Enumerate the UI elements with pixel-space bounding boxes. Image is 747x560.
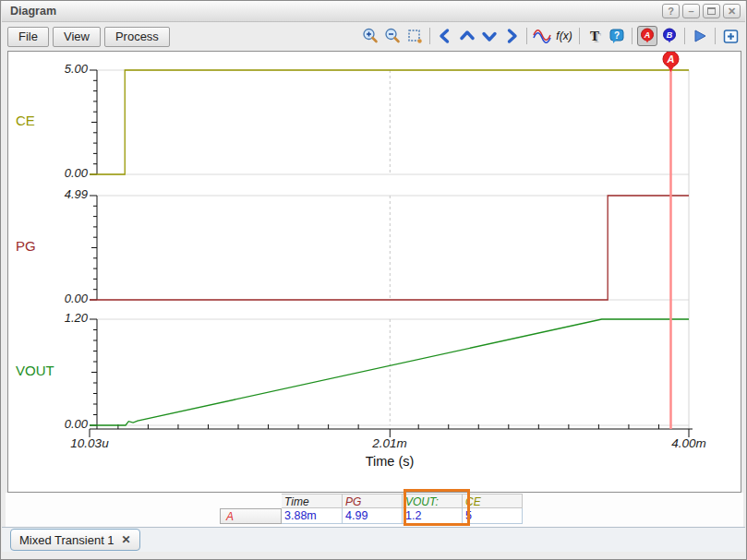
- scroll-right-icon: [503, 28, 520, 44]
- function-button[interactable]: f(x): [554, 26, 574, 46]
- waveforms-icon: [533, 28, 551, 44]
- svg-text:A: A: [644, 30, 651, 40]
- cursor-a-icon: A: [639, 28, 656, 44]
- xtick-start-label: 10.03u: [57, 436, 122, 450]
- toolbar-separator: [715, 28, 716, 44]
- tab-close-icon[interactable]: ✕: [122, 533, 131, 546]
- hint-bubble-button[interactable]: ?: [607, 26, 627, 46]
- readout-value-time: 3.88m: [282, 508, 343, 524]
- menu-process[interactable]: Process: [104, 27, 170, 47]
- readout-header-time: Time: [282, 494, 343, 508]
- xtick-middle-label: 2.01m: [357, 436, 422, 450]
- play-button[interactable]: [690, 26, 710, 46]
- toolbar-separator: [526, 28, 527, 44]
- maximize-icon: [707, 7, 716, 15]
- readout-header-vout: VOUT:: [403, 494, 463, 508]
- maximize-button[interactable]: [703, 4, 720, 18]
- zoom-out-button[interactable]: [382, 26, 403, 46]
- readout-header-empty: [220, 494, 282, 508]
- xtick-end-label: 4.00m: [657, 436, 721, 450]
- menu-view-label: View: [64, 30, 90, 43]
- tab-label: Mixed Transient 1: [19, 533, 114, 547]
- zoom-in-button[interactable]: [360, 26, 380, 46]
- ce-ymin-label: 0.00: [42, 166, 88, 180]
- minimize-icon: –: [688, 6, 693, 17]
- minimize-button[interactable]: –: [682, 4, 700, 18]
- svg-text:A: A: [667, 54, 675, 65]
- play-icon: [692, 28, 708, 44]
- text-annotation-button[interactable]: T: [584, 26, 605, 46]
- readout-value-pg: 4.99: [343, 508, 403, 524]
- zoom-out-icon: [384, 28, 401, 44]
- menu-process-label: Process: [115, 30, 159, 43]
- help-icon: ?: [668, 6, 674, 17]
- readout-header-pg: PG: [343, 494, 403, 508]
- vout-ymax-label: 1.20: [42, 311, 88, 325]
- toolbar-separator: [684, 28, 685, 44]
- vout-ymin-label: 0.00: [42, 417, 88, 431]
- svg-text:B: B: [667, 30, 673, 40]
- close-icon: ✕: [728, 6, 736, 17]
- zoom-in-icon: [362, 28, 379, 44]
- tabbar: Mixed Transient 1 ✕: [2, 527, 745, 552]
- pg-ymax-label: 4.99: [42, 187, 88, 201]
- cursor-a-button[interactable]: A: [637, 26, 657, 46]
- function-fx-icon: f(x): [556, 30, 572, 42]
- text-annotation-icon: T: [590, 29, 599, 44]
- scroll-up-button[interactable]: [457, 26, 477, 46]
- toolbar-separator: [579, 28, 580, 44]
- readout-cursor-a-row: A 3.88m 4.99 1.2 5: [220, 508, 523, 524]
- x-axis-title: Time (s): [320, 454, 459, 469]
- hint-bubble-icon: ?: [608, 28, 625, 44]
- cursor-readout-table: Time PG VOUT: CE A 3.88m 4.99 1.2 5: [220, 494, 523, 524]
- titlebar[interactable]: Diagram ? – ✕: [2, 1, 745, 22]
- readout-header-ce: CE: [463, 494, 523, 508]
- readout-value-ce: 5: [463, 508, 523, 524]
- add-axis-icon: [722, 28, 740, 45]
- menu-file-label: File: [18, 30, 38, 43]
- scroll-left-button[interactable]: [435, 26, 455, 46]
- scroll-up-icon: [459, 28, 476, 44]
- ce-ymax-label: 5.00: [42, 62, 88, 76]
- scroll-right-button[interactable]: [501, 26, 522, 46]
- toolbar-separator: [429, 28, 430, 44]
- pg-ymin-label: 0.00: [42, 292, 88, 305]
- waveforms-button[interactable]: [532, 26, 552, 46]
- waveform-svg[interactable]: A: [8, 52, 741, 492]
- pg-trace-label: PG: [16, 238, 90, 254]
- tab-mixed-transient-1[interactable]: Mixed Transient 1 ✕: [10, 529, 140, 551]
- menu-file[interactable]: File: [7, 27, 49, 47]
- cursor-b-button[interactable]: B: [659, 26, 680, 46]
- cursor-a-row-button[interactable]: A: [220, 508, 282, 524]
- vout-trace-label: VOUT: [16, 363, 90, 378]
- add-axis-button[interactable]: [720, 26, 741, 46]
- cursor-b-icon: B: [661, 28, 678, 44]
- menu-view[interactable]: View: [53, 27, 101, 47]
- scroll-down-icon: [481, 28, 498, 44]
- zoom-extents-button[interactable]: [404, 26, 425, 46]
- waveform-plot-panel: A 5.00 0.00 4.99 0.00 1.20 0.00 CE PG VO…: [7, 51, 741, 493]
- bottom-filler: [2, 552, 745, 560]
- help-button[interactable]: ?: [662, 4, 680, 18]
- scroll-left-icon: [437, 28, 453, 44]
- toolbar: f(x) T ? A B: [360, 25, 741, 47]
- readout-value-vout: 1.2: [403, 508, 463, 524]
- zoom-extents-icon: [406, 28, 423, 44]
- svg-text:?: ?: [614, 30, 620, 41]
- scroll-down-button[interactable]: [479, 26, 500, 46]
- window-title: Diagram: [10, 5, 659, 18]
- diagram-window: Diagram ? – ✕ File View Process: [0, 0, 747, 560]
- close-button[interactable]: ✕: [723, 4, 741, 18]
- cursor-readout-panel: Time PG VOUT: CE A 3.88m 4.99 1.2 5: [6, 493, 743, 527]
- toolbar-separator: [632, 28, 633, 44]
- ce-trace-label: CE: [16, 113, 90, 128]
- readout-header-row: Time PG VOUT: CE: [220, 494, 523, 508]
